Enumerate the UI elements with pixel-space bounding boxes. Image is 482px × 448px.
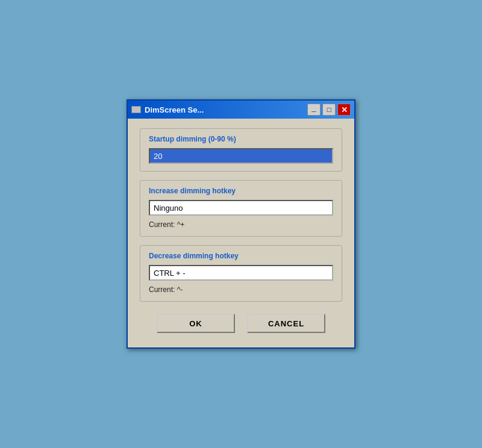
increase-hotkey-input[interactable]	[149, 200, 333, 216]
increase-section: Increase dimming hotkey Current: ^+	[140, 180, 342, 237]
maximize-button[interactable]: □	[322, 104, 336, 116]
app-icon	[131, 106, 141, 113]
increase-current-value: ^+	[177, 220, 185, 229]
minimize-button[interactable]: _	[307, 104, 321, 116]
title-bar: DimScreen Se... _ □ ✕	[128, 101, 354, 119]
ok-button[interactable]: OK	[157, 314, 235, 333]
decrease-section: Decrease dimming hotkey Current: ^-	[140, 245, 342, 302]
increase-section-label: Increase dimming hotkey	[149, 187, 333, 195]
decrease-hotkey-input[interactable]	[149, 265, 333, 281]
decrease-current-value: ^-	[177, 285, 183, 294]
decrease-section-label: Decrease dimming hotkey	[149, 252, 333, 260]
cancel-button[interactable]: CANCEL	[247, 314, 325, 333]
dialog-window: DimScreen Se... _ □ ✕ Startup dimming (0…	[127, 99, 355, 349]
startup-section-label: Startup dimming (0-90 %)	[149, 135, 333, 143]
increase-current-label: Current: ^+	[149, 220, 333, 229]
startup-dimming-input[interactable]	[149, 148, 333, 164]
window-controls: _ □ ✕	[307, 104, 351, 116]
window-title: DimScreen Se...	[145, 105, 304, 114]
decrease-current-label: Current: ^-	[149, 285, 333, 294]
dialog-buttons: OK CANCEL	[140, 310, 342, 338]
startup-section: Startup dimming (0-90 %)	[140, 128, 342, 172]
close-button[interactable]: ✕	[337, 104, 351, 116]
window-body: Startup dimming (0-90 %) Increase dimmin…	[128, 119, 354, 347]
